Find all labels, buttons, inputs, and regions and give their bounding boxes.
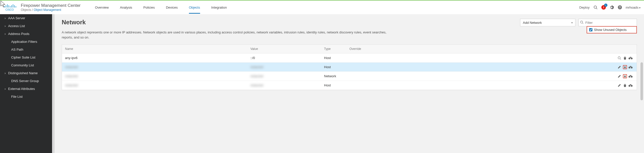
gear-icon[interactable] <box>609 5 614 10</box>
table-row[interactable]: redactedredactedHost <box>62 63 637 72</box>
svg-point-27 <box>629 76 630 78</box>
sidebar-item-external-attributes[interactable]: ›External Attributes <box>0 85 55 93</box>
sidebar-item-label: Application Filters <box>11 40 37 44</box>
sidebar-item-access-list[interactable]: ›Access List <box>0 22 55 30</box>
delete-icon[interactable] <box>623 83 627 87</box>
cell-override <box>346 55 367 61</box>
help-icon[interactable]: ? <box>618 5 622 10</box>
breadcrumb-root[interactable]: Objects <box>21 8 31 12</box>
svg-rect-32 <box>630 84 631 85</box>
binoculars-icon[interactable] <box>629 65 633 69</box>
chevron-right-icon: › <box>5 24 7 28</box>
view-icon[interactable] <box>617 56 621 60</box>
svg-point-19 <box>618 56 620 59</box>
cell-value: redacted <box>247 81 321 90</box>
col-override[interactable]: Override <box>346 45 367 53</box>
breadcrumb-current[interactable]: Object Management <box>34 8 61 12</box>
page-description: A network object represents one or more … <box>62 30 387 40</box>
filter-input[interactable] <box>578 19 637 26</box>
search-icon[interactable] <box>593 5 598 10</box>
sidebar-item-community-list[interactable]: Community List <box>0 61 55 69</box>
col-name[interactable]: Name <box>62 45 247 53</box>
sidebar-item-label: Community List <box>11 63 34 67</box>
topnav-overview[interactable]: Overview <box>95 1 109 14</box>
add-network-dropdown[interactable]: Add Network <box>520 19 575 26</box>
sidebar-item-label: AAA Server <box>8 16 25 20</box>
sidebar-item-label: Address Pools <box>8 32 29 36</box>
svg-text:CISCO: CISCO <box>5 8 13 11</box>
cell-type: Network <box>321 72 346 81</box>
sidebar-item-label: File List <box>11 95 23 99</box>
cell-name: redacted <box>62 63 247 71</box>
chevron-right-icon: › <box>5 87 7 91</box>
svg-point-25 <box>631 67 633 68</box>
col-type[interactable]: Type <box>321 45 346 53</box>
scrollbar[interactable] <box>640 62 643 100</box>
delete-icon[interactable] <box>623 56 627 60</box>
sidebar-item-dns-server-group[interactable]: DNS Server Group <box>0 77 55 85</box>
alert-badge: 1 <box>604 4 607 7</box>
binoculars-icon[interactable] <box>629 56 633 60</box>
topnav: OverviewAnalysisPoliciesDevicesObjectsIn… <box>95 1 227 14</box>
svg-point-10 <box>594 6 597 8</box>
sidebar-item-application-filters[interactable]: Application Filters <box>0 38 55 46</box>
sidebar: ›AAA Server›Access List›Address PoolsApp… <box>0 14 55 153</box>
cell-name: redacted <box>62 72 247 81</box>
topnav-integration[interactable]: Integration <box>211 1 227 14</box>
svg-rect-13 <box>603 7 604 8</box>
svg-point-24 <box>629 67 630 68</box>
cell-value: redacted <box>247 72 321 81</box>
alert-icon[interactable]: 1 <box>601 5 606 10</box>
svg-point-31 <box>631 85 633 87</box>
deploy-button[interactable]: Deploy <box>579 6 589 9</box>
cell-name: redacted <box>62 81 247 90</box>
table-row[interactable]: any-ipv6::/0Host <box>62 53 637 63</box>
sidebar-item-label: Distinguished Name <box>8 71 38 75</box>
edit-icon[interactable] <box>617 83 621 87</box>
chevron-right-icon: › <box>5 16 7 20</box>
cell-type: Host <box>321 63 346 71</box>
svg-rect-14 <box>603 8 604 8</box>
edit-icon[interactable] <box>617 74 621 78</box>
sidebar-item-aaa-server[interactable]: ›AAA Server <box>0 14 55 22</box>
cell-name: any-ipv6 <box>62 53 247 62</box>
sidebar-item-cipher-suite-list[interactable]: Cipher Suite List <box>0 53 55 61</box>
table-row[interactable]: redactedredactedNetwork <box>62 72 637 81</box>
binoculars-icon[interactable] <box>629 83 633 87</box>
chevron-right-icon: › <box>5 32 7 36</box>
delete-icon[interactable] <box>623 74 627 78</box>
main-content: Network Add Network Show Unused Objects <box>55 14 644 153</box>
cell-override <box>346 65 367 70</box>
cursor-icon <box>1 1 6 8</box>
sidebar-item-address-pools[interactable]: ›Address Pools <box>0 30 55 38</box>
binoculars-icon[interactable] <box>629 74 633 78</box>
sidebar-item-label: Access List <box>8 24 25 28</box>
svg-point-17 <box>581 21 583 23</box>
sidebar-item-file-list[interactable]: File List <box>0 93 55 101</box>
chevron-right-icon: › <box>5 71 7 75</box>
sidebar-item-label: External Attributes <box>8 87 35 91</box>
topnav-objects[interactable]: Objects <box>189 1 200 14</box>
show-unused-checkbox[interactable] <box>589 28 592 31</box>
topnav-devices[interactable]: Devices <box>166 1 178 14</box>
breadcrumb: Objects / Object Management <box>21 8 80 12</box>
table-row[interactable]: redactedredactedHost <box>62 81 637 90</box>
topnav-analysis[interactable]: Analysis <box>120 1 132 14</box>
svg-line-18 <box>583 23 584 24</box>
app-title: Firepower Management Center <box>21 3 80 8</box>
svg-point-30 <box>629 85 630 87</box>
user-menu[interactable]: mrhoads <box>626 6 640 9</box>
svg-point-28 <box>631 76 633 78</box>
col-value[interactable]: Value <box>247 45 321 53</box>
objects-table: Name Value Type Override any-ipv6::/0Hos… <box>62 44 637 90</box>
sidebar-item-distinguished-name[interactable]: ›Distinguished Name <box>0 69 55 77</box>
sidebar-item-as-path[interactable]: AS Path <box>0 46 55 53</box>
sidebar-item-label: DNS Server Group <box>11 79 39 83</box>
table-header: Name Value Type Override <box>62 45 637 53</box>
edit-icon[interactable] <box>617 65 621 69</box>
sidebar-item-label: AS Path <box>11 48 23 51</box>
topbar: CISCO Firepower Management Center Object… <box>0 0 644 14</box>
delete-icon[interactable] <box>623 65 627 69</box>
topnav-policies[interactable]: Policies <box>143 1 155 14</box>
sidebar-item-label: Cipher Suite List <box>11 55 35 59</box>
